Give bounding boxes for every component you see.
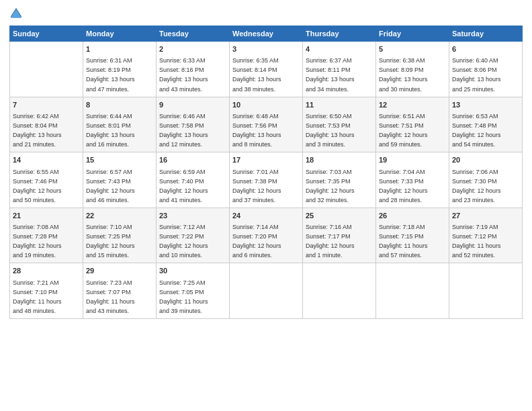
header	[9, 7, 523, 20]
day-number: 18	[306, 155, 373, 165]
day-info: Sunrise: 7:12 AM Sunset: 7:22 PM Dayligh…	[159, 224, 208, 259]
calendar-cell: 6Sunrise: 6:40 AM Sunset: 8:06 PM Daylig…	[449, 42, 523, 97]
day-info: Sunrise: 6:48 AM Sunset: 7:56 PM Dayligh…	[232, 113, 281, 148]
day-number: 2	[159, 44, 226, 54]
day-number: 3	[232, 44, 300, 54]
day-number: 4	[306, 44, 373, 54]
calendar-cell: 7Sunrise: 6:42 AM Sunset: 8:04 PM Daylig…	[10, 97, 83, 152]
calendar-cell: 2Sunrise: 6:33 AM Sunset: 8:16 PM Daylig…	[157, 42, 230, 97]
calendar-cell: 20Sunrise: 7:06 AM Sunset: 7:30 PM Dayli…	[449, 152, 523, 208]
day-number: 12	[379, 100, 446, 110]
calendar-cell	[230, 263, 303, 319]
day-info: Sunrise: 7:18 AM Sunset: 7:15 PM Dayligh…	[379, 224, 428, 259]
day-number: 13	[452, 100, 519, 110]
calendar-cell: 22Sunrise: 7:10 AM Sunset: 7:25 PM Dayli…	[83, 208, 157, 263]
svg-marker-1	[11, 9, 22, 17]
day-info: Sunrise: 7:19 AM Sunset: 7:12 PM Dayligh…	[452, 224, 501, 259]
day-number: 14	[13, 155, 80, 165]
week-row-1: 1Sunrise: 6:31 AM Sunset: 8:19 PM Daylig…	[10, 42, 523, 97]
day-header-friday: Friday	[376, 26, 449, 42]
calendar-cell: 30Sunrise: 7:25 AM Sunset: 7:05 PM Dayli…	[157, 263, 230, 319]
day-info: Sunrise: 6:50 AM Sunset: 7:53 PM Dayligh…	[306, 113, 355, 148]
calendar-cell: 12Sunrise: 6:51 AM Sunset: 7:51 PM Dayli…	[376, 97, 449, 152]
day-number: 28	[13, 266, 80, 276]
day-info: Sunrise: 6:38 AM Sunset: 8:09 PM Dayligh…	[379, 57, 428, 92]
calendar-cell: 29Sunrise: 7:23 AM Sunset: 7:07 PM Dayli…	[83, 263, 157, 319]
calendar-cell	[449, 263, 523, 319]
calendar-cell: 10Sunrise: 6:48 AM Sunset: 7:56 PM Dayli…	[230, 97, 303, 152]
day-number: 25	[306, 211, 373, 221]
day-header-tuesday: Tuesday	[157, 26, 230, 42]
day-info: Sunrise: 6:37 AM Sunset: 8:11 PM Dayligh…	[306, 57, 355, 92]
day-info: Sunrise: 6:35 AM Sunset: 8:14 PM Dayligh…	[232, 57, 281, 92]
week-row-2: 7Sunrise: 6:42 AM Sunset: 8:04 PM Daylig…	[10, 97, 523, 152]
calendar-cell: 26Sunrise: 7:18 AM Sunset: 7:15 PM Dayli…	[376, 208, 449, 263]
calendar-cell: 21Sunrise: 7:08 AM Sunset: 7:28 PM Dayli…	[10, 208, 83, 263]
day-info: Sunrise: 6:33 AM Sunset: 8:16 PM Dayligh…	[159, 57, 208, 92]
day-header-saturday: Saturday	[449, 26, 523, 42]
calendar-cell: 9Sunrise: 6:46 AM Sunset: 7:58 PM Daylig…	[157, 97, 230, 152]
day-info: Sunrise: 7:04 AM Sunset: 7:33 PM Dayligh…	[379, 169, 428, 203]
calendar-cell	[303, 263, 376, 319]
logo-icon	[9, 7, 23, 20]
day-number: 27	[452, 211, 519, 221]
day-number: 16	[159, 155, 226, 165]
calendar-cell: 18Sunrise: 7:03 AM Sunset: 7:35 PM Dayli…	[303, 152, 376, 208]
calendar-table: SundayMondayTuesdayWednesdayThursdayFrid…	[9, 26, 523, 319]
calendar-cell: 4Sunrise: 6:37 AM Sunset: 8:11 PM Daylig…	[303, 42, 376, 97]
calendar-cell: 19Sunrise: 7:04 AM Sunset: 7:33 PM Dayli…	[376, 152, 449, 208]
calendar-cell: 3Sunrise: 6:35 AM Sunset: 8:14 PM Daylig…	[230, 42, 303, 97]
day-number: 21	[13, 211, 80, 221]
day-info: Sunrise: 7:08 AM Sunset: 7:28 PM Dayligh…	[13, 224, 62, 259]
logo	[9, 7, 24, 20]
day-number: 17	[232, 155, 300, 165]
day-info: Sunrise: 6:40 AM Sunset: 8:06 PM Dayligh…	[452, 57, 501, 92]
day-info: Sunrise: 6:57 AM Sunset: 7:43 PM Dayligh…	[86, 169, 135, 203]
day-number: 19	[379, 155, 446, 165]
day-header-sunday: Sunday	[10, 26, 83, 42]
day-info: Sunrise: 7:03 AM Sunset: 7:35 PM Dayligh…	[306, 169, 355, 203]
calendar-cell: 24Sunrise: 7:14 AM Sunset: 7:20 PM Dayli…	[230, 208, 303, 263]
day-info: Sunrise: 6:51 AM Sunset: 7:51 PM Dayligh…	[379, 113, 428, 148]
day-info: Sunrise: 7:25 AM Sunset: 7:05 PM Dayligh…	[159, 279, 208, 314]
day-number: 30	[159, 266, 226, 276]
day-info: Sunrise: 6:55 AM Sunset: 7:46 PM Dayligh…	[13, 169, 62, 203]
calendar-cell: 5Sunrise: 6:38 AM Sunset: 8:09 PM Daylig…	[376, 42, 449, 97]
calendar-cell: 14Sunrise: 6:55 AM Sunset: 7:46 PM Dayli…	[10, 152, 83, 208]
week-row-4: 21Sunrise: 7:08 AM Sunset: 7:28 PM Dayli…	[10, 208, 523, 263]
calendar-cell	[376, 263, 449, 319]
day-info: Sunrise: 6:31 AM Sunset: 8:19 PM Dayligh…	[86, 57, 135, 92]
week-row-5: 28Sunrise: 7:21 AM Sunset: 7:10 PM Dayli…	[10, 263, 523, 319]
day-info: Sunrise: 6:53 AM Sunset: 7:48 PM Dayligh…	[452, 113, 501, 148]
page-container: SundayMondayTuesdayWednesdayThursdayFrid…	[0, 0, 532, 411]
calendar-cell: 27Sunrise: 7:19 AM Sunset: 7:12 PM Dayli…	[449, 208, 523, 263]
calendar-cell: 28Sunrise: 7:21 AM Sunset: 7:10 PM Dayli…	[10, 263, 83, 319]
day-number: 23	[159, 211, 226, 221]
day-info: Sunrise: 7:16 AM Sunset: 7:17 PM Dayligh…	[306, 224, 355, 259]
day-info: Sunrise: 7:14 AM Sunset: 7:20 PM Dayligh…	[232, 224, 281, 259]
calendar-cell: 1Sunrise: 6:31 AM Sunset: 8:19 PM Daylig…	[83, 42, 157, 97]
day-info: Sunrise: 6:46 AM Sunset: 7:58 PM Dayligh…	[159, 113, 208, 148]
day-header-thursday: Thursday	[303, 26, 376, 42]
day-number: 9	[159, 100, 226, 110]
day-info: Sunrise: 7:21 AM Sunset: 7:10 PM Dayligh…	[13, 279, 62, 314]
day-info: Sunrise: 7:10 AM Sunset: 7:25 PM Dayligh…	[86, 224, 135, 259]
day-info: Sunrise: 7:23 AM Sunset: 7:07 PM Dayligh…	[86, 279, 135, 314]
day-number: 6	[452, 44, 519, 54]
calendar-cell: 8Sunrise: 6:44 AM Sunset: 8:01 PM Daylig…	[83, 97, 157, 152]
day-number: 22	[86, 211, 153, 221]
day-info: Sunrise: 7:01 AM Sunset: 7:38 PM Dayligh…	[232, 169, 281, 203]
day-info: Sunrise: 6:44 AM Sunset: 8:01 PM Dayligh…	[86, 113, 135, 148]
day-number: 20	[452, 155, 519, 165]
day-number: 24	[232, 211, 300, 221]
day-header-monday: Monday	[83, 26, 157, 42]
day-number: 26	[379, 211, 446, 221]
calendar-cell	[10, 42, 83, 97]
calendar-cell: 15Sunrise: 6:57 AM Sunset: 7:43 PM Dayli…	[83, 152, 157, 208]
day-info: Sunrise: 6:42 AM Sunset: 8:04 PM Dayligh…	[13, 113, 62, 148]
day-number: 11	[306, 100, 373, 110]
day-number: 29	[86, 266, 153, 276]
day-number: 10	[232, 100, 300, 110]
calendar-cell: 16Sunrise: 6:59 AM Sunset: 7:40 PM Dayli…	[157, 152, 230, 208]
day-number: 1	[86, 44, 153, 54]
